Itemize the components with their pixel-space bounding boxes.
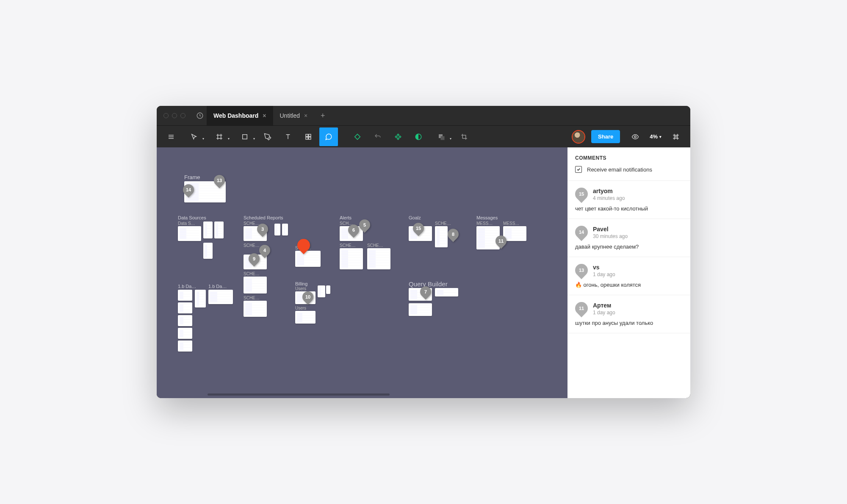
close-window-button[interactable]	[163, 113, 169, 118]
pen-tool[interactable]	[258, 127, 277, 146]
undo-button[interactable]	[368, 127, 387, 146]
chevron-down-icon: ▾	[450, 137, 451, 141]
group-label-data-sources: Data Sources	[178, 215, 206, 220]
comment-time: 1 day ago	[593, 271, 615, 277]
tab-untitled[interactable]: Untitled ×	[273, 106, 315, 125]
comment-author: artyom	[593, 188, 625, 194]
canvas-frame[interactable]	[178, 315, 192, 326]
comment-item[interactable]: 15 artyom 4 minutes ago чет цвет какой-т…	[567, 181, 690, 219]
document-tabs: Web Dashboard × Untitled × +	[207, 106, 331, 125]
zoom-fit-button[interactable]	[667, 127, 685, 146]
canvas-frame[interactable]	[214, 222, 224, 238]
frame-tool[interactable]: ▾	[208, 127, 231, 146]
tab-web-dashboard[interactable]: Web Dashboard ×	[207, 106, 273, 125]
create-component-button[interactable]	[389, 127, 407, 146]
canvas-frame[interactable]	[208, 290, 233, 304]
text-icon	[284, 133, 292, 141]
mask-button[interactable]	[409, 127, 428, 146]
boolean-ops-button[interactable]: ▾	[429, 127, 453, 146]
canvas-frame[interactable]	[409, 303, 432, 316]
components-tool[interactable]	[299, 127, 318, 146]
present-button[interactable]	[626, 127, 645, 146]
canvas-frame[interactable]	[295, 251, 321, 267]
comment-body: шутки про анусы удали только	[575, 320, 683, 326]
main-area: Frame 13 14 Data Sources Data S… 1.b Da……	[157, 147, 690, 398]
canvas-frame[interactable]	[195, 290, 206, 307]
group-label-billing: Billing	[295, 281, 307, 286]
chevron-down-icon: ▾	[202, 137, 204, 141]
canvas-frame[interactable]	[367, 248, 390, 269]
chevron-down-icon: ▾	[253, 137, 255, 141]
comments-panel: COMMENTS Receive email notifications 15 …	[567, 147, 690, 398]
svg-rect-9	[441, 136, 445, 140]
canvas-frame[interactable]	[295, 311, 316, 324]
canvas-frame[interactable]	[244, 301, 267, 317]
canvas[interactable]: Frame 13 14 Data Sources Data S… 1.b Da……	[157, 147, 567, 398]
instance-icon	[354, 133, 361, 141]
canvas-frame[interactable]	[340, 248, 363, 269]
thumb-label: SCHE…	[367, 243, 383, 248]
svg-rect-1	[243, 134, 247, 139]
tab-label: Untitled	[280, 112, 300, 119]
close-icon[interactable]: ×	[304, 112, 307, 119]
maximize-window-button[interactable]	[180, 113, 185, 118]
shape-tool[interactable]: ▾	[233, 127, 257, 146]
canvas-frame[interactable]	[178, 328, 192, 339]
thumb-label: SCHE…	[244, 296, 260, 300]
new-tab-button[interactable]: +	[314, 106, 331, 125]
component-instance-tool[interactable]	[348, 127, 367, 146]
canvas-frame[interactable]	[435, 288, 458, 296]
share-button[interactable]: Share	[591, 130, 620, 143]
canvas-frame[interactable]	[503, 226, 526, 241]
frame-icon	[216, 133, 223, 141]
comment-pin-8[interactable]: 8	[446, 227, 461, 242]
boolean-icon	[437, 133, 445, 141]
user-avatar[interactable]	[572, 130, 585, 144]
move-tool[interactable]: ▾	[182, 127, 206, 146]
canvas-frame[interactable]	[244, 277, 267, 294]
history-button[interactable]	[193, 109, 207, 122]
thumb-label: SCHE…	[435, 221, 451, 226]
svg-rect-4	[306, 137, 308, 139]
comment-item[interactable]: 11 Артем 1 day ago шутки про анусы удали…	[567, 295, 690, 333]
comments-panel-title: COMMENTS	[567, 147, 690, 166]
group-label-scheduled-reports: Scheduled Reports	[244, 215, 283, 220]
traffic-lights	[157, 113, 193, 118]
menu-button[interactable]	[162, 127, 180, 146]
text-tool[interactable]	[279, 127, 297, 146]
comment-time: 1 day ago	[593, 310, 615, 316]
minimize-window-button[interactable]	[172, 113, 177, 118]
canvas-frame[interactable]	[178, 302, 192, 313]
canvas-frame[interactable]	[326, 285, 330, 294]
zoom-control[interactable]: 4% ▾	[646, 133, 665, 140]
thumb-label: Data S…	[178, 221, 199, 226]
thumb-label: SCHE…	[244, 271, 260, 276]
svg-rect-5	[309, 137, 311, 139]
canvas-frame[interactable]	[203, 243, 213, 259]
comment-item[interactable]: 14 Pavel 30 minutes ago давай крупнее сд…	[567, 219, 690, 257]
avatar-image	[573, 131, 584, 143]
svg-point-10	[634, 136, 637, 138]
comment-body: давай крупнее сделаем?	[575, 244, 683, 250]
canvas-frame[interactable]	[178, 226, 201, 241]
thumb-label: SCHE…	[340, 243, 356, 248]
close-icon[interactable]: ×	[263, 112, 266, 119]
comment-time: 30 minutes ago	[593, 233, 628, 239]
canvas-frame[interactable]	[178, 290, 192, 301]
group-label-goalz: Goalz	[409, 215, 421, 220]
canvas-frame[interactable]	[203, 222, 213, 238]
canvas-scrollbar-horizontal[interactable]	[208, 393, 390, 396]
fit-icon	[672, 133, 680, 141]
canvas-frame[interactable]	[274, 224, 280, 235]
comment-tool[interactable]	[319, 127, 338, 146]
canvas-frame[interactable]	[178, 341, 192, 352]
comment-item[interactable]: 13 vs 1 day ago 🔥 огонь, орешки колятся	[567, 257, 690, 295]
comment-author: Артем	[593, 302, 615, 309]
email-notifications-checkbox[interactable]	[575, 166, 582, 173]
canvas-frame[interactable]	[435, 226, 448, 247]
canvas-frame[interactable]	[282, 224, 288, 235]
canvas-frame[interactable]	[318, 285, 325, 297]
comment-icon	[325, 133, 332, 141]
crop-tool[interactable]	[455, 127, 473, 146]
comment-body: чет цвет какой-то кислотный	[575, 205, 683, 212]
